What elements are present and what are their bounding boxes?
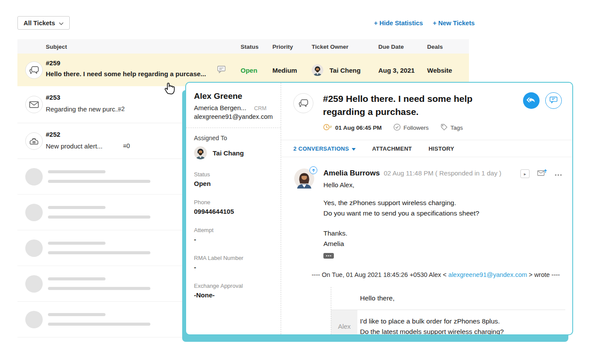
comment-button[interactable] (545, 92, 562, 109)
conversation-pane: #259 Hello there. I need some help regar… (281, 83, 572, 334)
contact-company-row: America Bergen... CRM (194, 104, 275, 111)
divider (186, 128, 281, 128)
ticket-id: #259 (46, 59, 60, 67)
assignee-name: Tai Chang (213, 149, 244, 157)
assignee-selector[interactable]: Tai Chang (194, 146, 275, 159)
reply-icon (526, 96, 536, 106)
skeleton-avatar (25, 275, 43, 293)
tab-attachment[interactable]: ATTACHMENT (372, 145, 412, 152)
ticket-id: #253 (46, 94, 60, 101)
skeleton-bar (48, 242, 105, 245)
skeleton-bar (48, 206, 105, 209)
message-body: Yes, the zPhones support wireless chargi… (323, 198, 563, 335)
ticket-meta-row: 01 Aug 06:45 PM Followers Tags (323, 123, 513, 140)
field-exchange-approval: Exchange Approval -None- (194, 283, 275, 299)
contact-name: Alex Greene (194, 91, 275, 101)
phone-channel-icon (25, 132, 43, 150)
helpdesk-page: All Tickets + Hide Statistics + New Tick… (0, 0, 591, 364)
field-status: Status Open (194, 171, 275, 187)
ticket-priority: Medium (272, 66, 297, 74)
ticket-status: Open (241, 66, 257, 74)
tab-history[interactable]: HISTORY (428, 145, 454, 152)
skeleton-bar (48, 180, 150, 183)
ticket-deals: Website (427, 66, 452, 74)
skeleton-avatar (25, 204, 43, 221)
followers-button[interactable]: Followers (393, 123, 429, 132)
ticket-owner: Tai Cheng (312, 64, 360, 76)
author-line: Amelia Burrows 02 Aug 11:48 PM ( Respond… (323, 169, 563, 179)
skeleton-bar (48, 170, 105, 173)
contact-email[interactable]: alexgreene91@yandex.com (194, 113, 275, 120)
comment-indicator-icon[interactable] (217, 65, 226, 75)
skeleton-avatar (25, 239, 43, 257)
show-quoted-text-button[interactable] (323, 253, 334, 259)
quoted-greeting: Hello there, (357, 287, 565, 310)
thread-count: ≡2 (118, 105, 125, 112)
skeleton-avatar (25, 311, 43, 328)
ticket-header: #259 Hello there. I need some help regar… (281, 83, 572, 140)
chevron-down-icon (59, 20, 64, 27)
column-header-subject: Subject (46, 43, 67, 50)
tag-icon (440, 123, 448, 132)
hide-statistics-link[interactable]: + Hide Statistics (374, 20, 423, 27)
ticket-row-259[interactable]: #259 Hello there. I need some help regar… (17, 54, 469, 86)
column-header-status: Status (241, 43, 258, 50)
ticket-properties-sidebar: Alex Greene America Bergen... CRM alexgr… (186, 83, 281, 334)
column-header-due-date: Due Date (378, 43, 404, 50)
ticket-subject: Hello there. I need some help regarding … (46, 70, 206, 78)
tags-button[interactable]: Tags (440, 123, 463, 132)
new-tickets-link[interactable]: + New Tickets (433, 20, 475, 27)
owner-avatar (312, 64, 323, 76)
message-signoff: Thanks. (323, 228, 563, 239)
ticket-title: #259 Hello there. I need some help regar… (323, 92, 502, 118)
caret-down-icon (352, 145, 356, 152)
quoted-row: Alex I'd like to place a bulk order for … (331, 310, 565, 336)
column-header-priority: Priority (272, 43, 293, 50)
filter-label: All Tickets (24, 20, 55, 27)
reply-button[interactable] (523, 92, 540, 109)
quoted-author: Alex (331, 310, 357, 336)
clock-icon (323, 123, 333, 132)
tab-conversations[interactable]: 2 CONVERSATIONS (293, 145, 356, 152)
message-timestamp: 02 Aug 11:48 PM ( Responded in 1 day ) (384, 169, 501, 177)
ticket-detail-panel: Alex Greene America Bergen... CRM alexgr… (185, 82, 573, 335)
field-attempt: Attempt - (194, 227, 275, 243)
thread-count: ≡0 (123, 142, 130, 149)
message-greeting: Hello Alex, (323, 181, 563, 189)
quoted-row: Hello there, (331, 287, 565, 310)
message-actions: ▸ (520, 169, 563, 179)
conversation-tabs: 2 CONVERSATIONS ATTACHMENT HISTORY (281, 140, 572, 157)
quoted-message-block: Hello there, Alex I'd like to place a bu… (331, 287, 565, 336)
ticket-timestamp: 01 Aug 06:45 PM (323, 123, 382, 132)
follower-check-icon (393, 123, 401, 132)
expand-message-button[interactable]: ▸ (520, 169, 530, 178)
assignee-avatar (194, 146, 207, 159)
quoted-gutter (331, 287, 357, 310)
skeleton-avatar (25, 168, 43, 185)
chat-channel-icon (293, 93, 313, 113)
skeleton-bar (48, 251, 150, 254)
ticket-subject: Regarding the new purc... (46, 105, 121, 113)
conversation-thread: Amelia Burrows 02 Aug 11:48 PM ( Respond… (281, 157, 572, 335)
sender-avatar (294, 169, 314, 189)
ticket-actions (523, 92, 564, 109)
quoted-email-link[interactable]: alexgreene91@yandex.com (447, 271, 529, 278)
skeleton-bar (48, 313, 105, 316)
message-line: Yes, the zPhones support wireless chargi… (323, 198, 563, 208)
table-header-row: Subject Status Priority Ticket Owner Due… (17, 39, 469, 54)
response-direction-badge-icon (309, 166, 317, 174)
owner-name: Tai Cheng (329, 66, 360, 74)
contact-company: America Bergen... (194, 104, 246, 111)
comment-icon (549, 96, 558, 105)
column-header-owner: Ticket Owner (312, 43, 349, 50)
ticket-due-date: Aug 3, 2021 (378, 66, 414, 74)
ticket-subject: New product alert... (46, 142, 102, 150)
spacer (323, 218, 563, 228)
field-phone: Phone 09944644105 (194, 199, 275, 215)
column-header-deals: Deals (427, 43, 443, 50)
skeleton-bar (48, 323, 150, 326)
sender-name: Amelia Burrows (323, 169, 380, 178)
forward-email-icon[interactable] (537, 169, 547, 179)
ticket-view-filter[interactable]: All Tickets (17, 16, 70, 30)
more-options-icon[interactable] (555, 170, 562, 178)
